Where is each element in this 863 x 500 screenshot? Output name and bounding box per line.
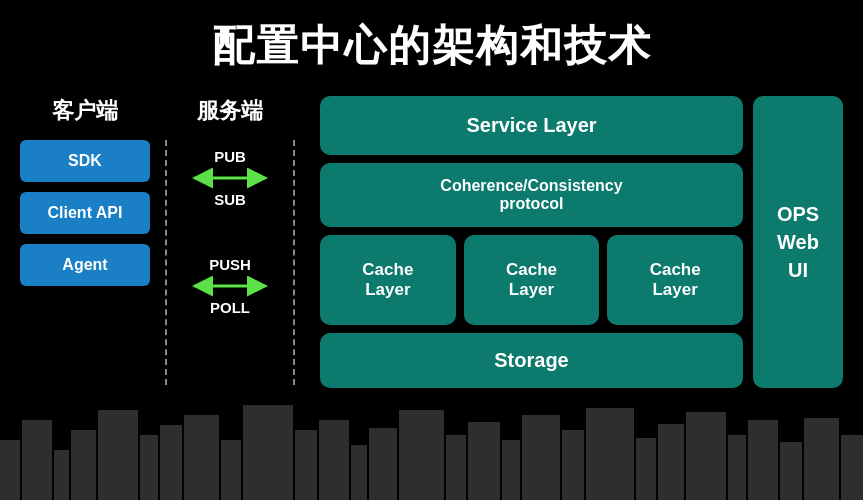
- svg-rect-4: [98, 410, 138, 500]
- poll-label: POLL: [210, 299, 250, 316]
- pub-sub-arrow: PUB SUB: [185, 148, 275, 208]
- sdk-button[interactable]: SDK: [20, 140, 150, 182]
- svg-rect-3: [71, 430, 96, 500]
- service-layer-box: Service Layer: [320, 96, 743, 155]
- svg-rect-27: [804, 418, 839, 500]
- svg-rect-16: [468, 422, 500, 500]
- ops-web-ui-box: OPS Web UI: [753, 96, 843, 388]
- svg-rect-14: [399, 410, 444, 500]
- push-poll-arrow: PUSH POLL: [185, 256, 275, 316]
- svg-rect-21: [636, 438, 656, 500]
- arch-section: Service Layer Coherence/Consistency prot…: [320, 96, 843, 388]
- svg-rect-2: [54, 450, 69, 500]
- svg-rect-26: [780, 442, 802, 500]
- push-label: PUSH: [209, 256, 251, 273]
- svg-rect-22: [658, 424, 684, 500]
- svg-rect-8: [221, 440, 241, 500]
- cache-row: CacheLayer CacheLayer CacheLayer: [320, 235, 743, 325]
- svg-rect-19: [562, 430, 584, 500]
- client-buttons: SDK Client API Agent: [20, 140, 150, 286]
- svg-rect-24: [728, 435, 746, 500]
- server-label: 服务端: [197, 96, 263, 126]
- pub-arrow-icon: [185, 167, 275, 189]
- svg-rect-1: [22, 420, 52, 500]
- svg-rect-7: [184, 415, 219, 500]
- svg-rect-18: [522, 415, 560, 500]
- client-label: 客户端: [52, 96, 118, 126]
- svg-rect-11: [319, 420, 349, 500]
- coherence-box: Coherence/Consistency protocol: [320, 163, 743, 227]
- svg-rect-10: [295, 430, 317, 500]
- svg-rect-6: [160, 425, 182, 500]
- client-api-button[interactable]: Client API: [20, 192, 150, 234]
- client-section: 客户端 SDK Client API Agent: [20, 96, 150, 286]
- svg-rect-15: [446, 435, 466, 500]
- page-title: 配置中心的架构和技术: [0, 0, 863, 86]
- svg-rect-20: [586, 408, 634, 500]
- push-arrow-icon: [185, 275, 275, 297]
- svg-rect-25: [748, 420, 778, 500]
- cache-layer-2: CacheLayer: [464, 235, 600, 325]
- svg-rect-9: [243, 405, 293, 500]
- svg-rect-17: [502, 440, 520, 500]
- arch-main: Service Layer Coherence/Consistency prot…: [320, 96, 743, 388]
- svg-rect-28: [841, 435, 863, 500]
- svg-rect-12: [351, 445, 367, 500]
- storage-box: Storage: [320, 333, 743, 388]
- svg-rect-5: [140, 435, 158, 500]
- sub-label: SUB: [214, 191, 246, 208]
- svg-rect-0: [0, 440, 20, 500]
- agent-button[interactable]: Agent: [20, 244, 150, 286]
- svg-rect-13: [369, 428, 397, 500]
- coherence-text: Coherence/Consistency protocol: [440, 177, 622, 212]
- cache-layer-1: CacheLayer: [320, 235, 456, 325]
- ops-text: OPS Web UI: [769, 200, 827, 284]
- cache-layer-3: CacheLayer: [607, 235, 743, 325]
- svg-rect-23: [686, 412, 726, 500]
- pub-label: PUB: [214, 148, 246, 165]
